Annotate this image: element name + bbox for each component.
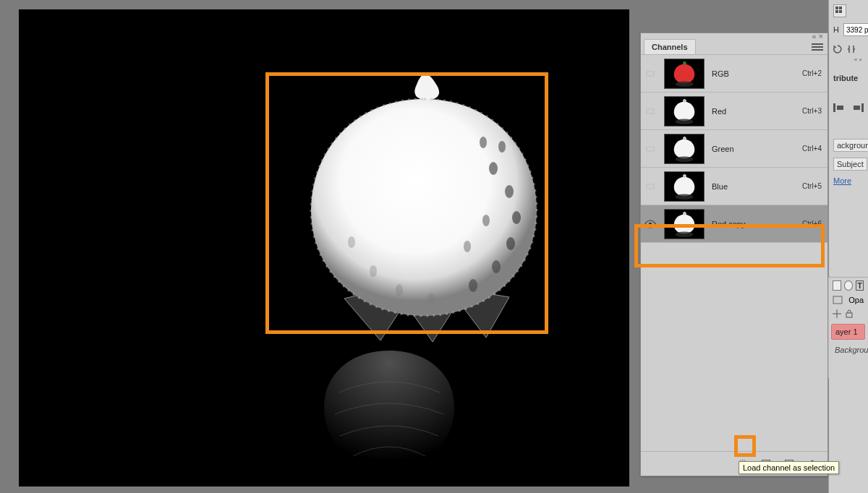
svg-rect-20 (837, 106, 843, 110)
svg-rect-31 (647, 147, 654, 151)
svg-rect-23 (833, 296, 842, 304)
circle-icon[interactable] (844, 280, 853, 291)
svg-point-1 (489, 162, 498, 175)
panel-collapse-icon[interactable]: « × (854, 56, 862, 62)
svg-rect-21 (861, 103, 864, 112)
channel-shortcut: Ctrl+5 (802, 182, 822, 190)
visibility-toggle[interactable] (644, 180, 657, 193)
svg-point-6 (480, 137, 487, 148)
tab-channels[interactable]: Channels (644, 39, 696, 54)
channel-shortcut: Ctrl+2 (802, 69, 822, 77)
channel-shortcut: Ctrl+6 (802, 220, 822, 228)
channel-thumbnail (664, 171, 705, 202)
svg-rect-16 (839, 7, 842, 9)
svg-point-11 (370, 265, 377, 277)
svg-point-4 (506, 237, 515, 250)
layers-strip: T Opa ayer 1 Background (828, 277, 868, 378)
channel-thumbnail (664, 134, 705, 164)
channel-name: Green (712, 145, 795, 153)
lock-icon[interactable] (845, 309, 854, 318)
channel-thumbnail (664, 209, 705, 239)
channel-shortcut: Ctrl+3 (802, 107, 822, 115)
channel-list: RGB Ctrl+2 Red Ctrl+3 Green Ctrl+4 Blue … (641, 55, 827, 451)
align-left-icon[interactable] (833, 103, 845, 113)
align-right-icon[interactable] (852, 103, 864, 113)
layer-layer1[interactable]: ayer 1 (831, 324, 865, 340)
svg-rect-24 (846, 313, 852, 317)
rotate-icon[interactable] (833, 45, 842, 53)
channel-thumbnail (664, 59, 705, 89)
channel-row-red[interactable]: Red Ctrl+3 (641, 93, 827, 130)
svg-rect-22 (854, 106, 860, 110)
channel-name: Red copy (712, 220, 795, 228)
svg-point-27 (676, 81, 694, 87)
svg-point-14 (427, 293, 435, 304)
svg-rect-19 (833, 103, 835, 112)
tooltip: Load channel as selection (739, 461, 839, 474)
channel-row-red-copy[interactable]: Red copy Ctrl+6 (641, 205, 827, 243)
svg-point-39 (676, 231, 694, 237)
select-background-button[interactable]: ackground (833, 139, 868, 152)
panel-menu-icon[interactable] (812, 42, 823, 52)
canvas[interactable] (19, 9, 629, 486)
H-label: H (833, 25, 839, 34)
svg-point-9 (464, 241, 471, 252)
attribute-header: tribute (829, 62, 868, 85)
pixel-layer-icon[interactable] (833, 296, 843, 304)
svg-point-36 (676, 194, 694, 200)
move-icon[interactable] (833, 309, 841, 318)
svg-point-30 (676, 119, 694, 124)
select-subject-button[interactable]: Subject (833, 158, 867, 171)
flip-h-icon[interactable] (848, 45, 855, 53)
more-link[interactable]: More (833, 176, 851, 185)
channel-thumbnail (664, 96, 705, 127)
svg-point-37 (649, 222, 652, 225)
svg-point-3 (512, 211, 521, 224)
channel-row-rgb[interactable]: RGB Ctrl+2 (641, 55, 827, 93)
channel-name: RGB (712, 69, 795, 78)
type-icon[interactable]: T (856, 280, 864, 291)
grid-icon[interactable] (833, 4, 846, 17)
square-icon[interactable] (833, 280, 841, 291)
svg-rect-34 (647, 184, 654, 189)
svg-rect-18 (839, 10, 842, 13)
visibility-toggle[interactable] (644, 142, 657, 155)
svg-rect-15 (835, 7, 838, 9)
height-field[interactable] (843, 23, 868, 36)
svg-point-13 (348, 236, 355, 248)
properties-strip: H Y « × tribute ackground Subject More (828, 0, 868, 493)
channel-name: Blue (712, 182, 795, 191)
opacity-label: Opa (848, 296, 864, 304)
svg-point-8 (482, 215, 490, 226)
visibility-toggle[interactable] (644, 105, 657, 118)
channel-row-blue[interactable]: Blue Ctrl+5 (641, 168, 827, 205)
svg-point-5 (492, 260, 501, 273)
visibility-toggle[interactable] (644, 67, 657, 80)
svg-point-2 (505, 185, 514, 198)
visibility-toggle[interactable] (644, 218, 657, 231)
channel-row-green[interactable]: Green Ctrl+4 (641, 130, 827, 168)
layer-background[interactable]: Background (831, 343, 865, 357)
channel-name: Red (712, 107, 795, 116)
svg-rect-28 (647, 109, 654, 113)
svg-rect-17 (835, 10, 838, 13)
svg-point-12 (396, 284, 403, 296)
svg-point-7 (469, 279, 477, 292)
channels-panel: « × Channels RGB Ctrl+2 Red Ctrl+3 G (640, 33, 828, 476)
svg-rect-25 (647, 72, 654, 76)
svg-point-10 (498, 141, 506, 153)
channel-shortcut: Ctrl+4 (802, 145, 822, 153)
svg-point-33 (676, 156, 694, 162)
